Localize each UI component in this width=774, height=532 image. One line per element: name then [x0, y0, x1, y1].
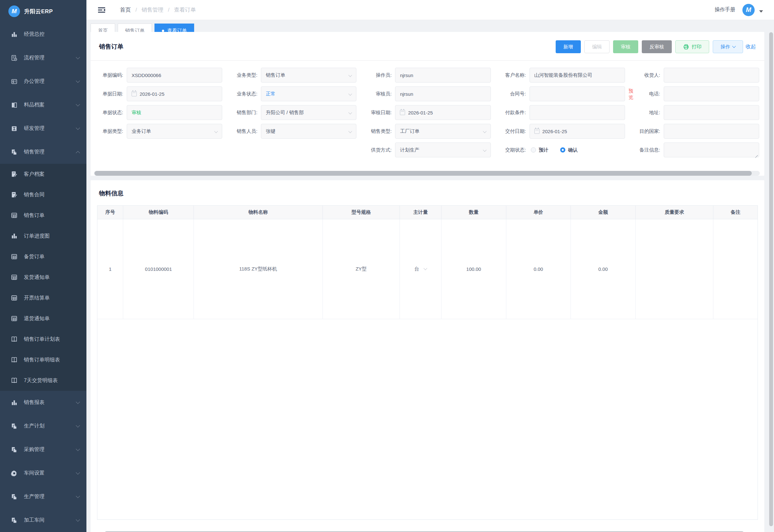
- sidebar-item-车间设置[interactable]: 车间设置: [0, 461, 86, 485]
- date-field[interactable]: 2026-01-25: [127, 86, 222, 101]
- resize-grip-icon[interactable]: [755, 153, 758, 156]
- sidebar-item-订单进度图[interactable]: 订单进度图: [0, 226, 86, 246]
- calendar-icon: [400, 110, 405, 115]
- sidebar-item-流程管理[interactable]: 流程管理: [0, 46, 86, 70]
- date-field[interactable]: 2026-01-25: [530, 124, 625, 139]
- sidebar-item-加工车间[interactable]: 加工车间: [0, 508, 86, 532]
- form-field: 交期状态:预计确认: [499, 143, 625, 157]
- 审核-button[interactable]: 审核: [613, 40, 638, 53]
- input-field[interactable]: XSDD000066: [127, 68, 222, 83]
- sidebar-item-客户档案[interactable]: 客户档案: [0, 164, 86, 184]
- select-field[interactable]: 正常: [261, 86, 356, 101]
- radio-预计[interactable]: 预计: [531, 147, 549, 153]
- input-field[interactable]: [664, 68, 759, 83]
- sidebar-item-label: 生产计划: [24, 423, 76, 429]
- field-label: 销售部门:: [230, 110, 261, 116]
- sidebar-item-label: 料品档案: [24, 102, 76, 108]
- input-field[interactable]: [664, 86, 759, 101]
- sidebar-item-研发管理[interactable]: 研发管理: [0, 117, 86, 140]
- tab-首页[interactable]: 首页: [91, 24, 115, 32]
- sidebar-item-生产计划[interactable]: 生产计划: [0, 414, 86, 438]
- chevron-down-icon: [76, 423, 80, 428]
- select-field[interactable]: 销售订单: [261, 68, 356, 83]
- field-value: 销售订单: [266, 72, 285, 78]
- calendar-icon: [132, 91, 137, 96]
- textarea-field[interactable]: [664, 143, 759, 157]
- field-label: 备注信息:: [633, 147, 664, 153]
- preview-link[interactable]: 预览: [629, 88, 634, 101]
- select-field[interactable]: 升阳公司 / 销售部: [261, 105, 356, 120]
- unit-select[interactable]: 台: [414, 266, 427, 272]
- column-header: 数量: [441, 206, 506, 219]
- input-field[interactable]: [664, 124, 759, 139]
- field-label: 合同号:: [499, 91, 530, 97]
- radio-确认[interactable]: 确认: [560, 147, 578, 153]
- 打印-button[interactable]: 打印: [675, 40, 709, 53]
- sidebar-item-销售订单计划表[interactable]: 销售订单计划表: [0, 329, 86, 350]
- 操作-button[interactable]: 操作: [713, 40, 743, 53]
- copy-doc-icon: [10, 493, 18, 501]
- input-field[interactable]: [664, 105, 759, 120]
- sidebar-item-label: 销售订单: [24, 212, 79, 219]
- field-value: XSDD000066: [132, 73, 161, 78]
- tab-销售订单[interactable]: 销售订单: [118, 24, 152, 32]
- chevron-down-icon: [424, 266, 427, 270]
- select-field[interactable]: 计划生产: [395, 143, 491, 157]
- sidebar-item-经营总控[interactable]: 经营总控: [0, 23, 86, 46]
- sidebar-item-销售订单[interactable]: 销售订单: [0, 205, 86, 226]
- sidebar-item-采购管理[interactable]: 采购管理: [0, 438, 86, 461]
- column-header: 序号: [97, 206, 123, 219]
- sidebar-item-label: 销售订单计划表: [24, 336, 79, 343]
- select-field[interactable]: 业务订单: [127, 124, 222, 139]
- select-field[interactable]: 张键: [261, 124, 356, 139]
- sidebar-item-销售订单明细表[interactable]: 销售订单明细表: [0, 350, 86, 370]
- sidebar-item-开票结算单[interactable]: 开票结算单: [0, 288, 86, 308]
- doc-edit-icon: [10, 170, 18, 178]
- form-horizontal-scrollbar[interactable]: [94, 171, 760, 176]
- field-value: 业务订单: [132, 128, 151, 134]
- user-menu-caret-icon[interactable]: [759, 10, 763, 13]
- top-bar: 首页 / 销售管理 / 查看订单 操作手册 M: [86, 0, 774, 20]
- sidebar-item-备货订单[interactable]: 备货订单: [0, 246, 86, 267]
- 新增-button[interactable]: 新增: [556, 40, 581, 53]
- sidebar-item-生产管理[interactable]: 生产管理: [0, 485, 86, 508]
- field-label: 目的国家:: [633, 128, 664, 134]
- manual-link[interactable]: 操作手册: [715, 6, 735, 13]
- chevron-down-icon: [349, 92, 352, 95]
- form-column: 业务类型:销售订单业务状态:正常销售部门:升阳公司 / 销售部销售人员:张键: [230, 68, 356, 161]
- avatar[interactable]: M: [742, 4, 755, 16]
- unit-value: 台: [414, 266, 419, 272]
- page-vertical-scrollbar[interactable]: [769, 32, 773, 526]
- sidebar-item-销售管理[interactable]: 销售管理: [0, 140, 86, 164]
- collapse-panel-link[interactable]: 收起: [746, 44, 756, 50]
- input-field[interactable]: njrsun: [395, 68, 491, 83]
- sidebar-item-办公管理[interactable]: 办公管理: [0, 70, 86, 93]
- input-field[interactable]: 山河智能装备股份有限公司: [530, 68, 625, 83]
- sidebar-item-销售报表[interactable]: 销售报表: [0, 391, 86, 414]
- select-field[interactable]: 工厂订单: [395, 124, 491, 139]
- 反审核-button[interactable]: 反审核: [642, 40, 672, 53]
- input-field[interactable]: [530, 105, 625, 120]
- sidebar-item-label: 退货通知单: [24, 315, 79, 322]
- input-field[interactable]: 预览: [530, 86, 625, 101]
- breadcrumb-sales[interactable]: 销售管理: [142, 6, 164, 14]
- sidebar-item-label: 经营总控: [24, 31, 79, 38]
- tab-查看订单[interactable]: 查看订单: [154, 24, 194, 32]
- 编辑-button[interactable]: 编辑: [584, 40, 610, 53]
- sidebar-item-退货通知单[interactable]: 退货通知单: [0, 308, 86, 329]
- date-field[interactable]: 2026-01-25: [395, 105, 491, 120]
- sidebar-collapse-icon[interactable]: [97, 6, 106, 14]
- input-field[interactable]: 审核: [127, 105, 222, 120]
- form-field: 销售部门:升阳公司 / 销售部: [230, 105, 356, 120]
- breadcrumb-home[interactable]: 首页: [120, 6, 131, 14]
- input-field[interactable]: njrsun: [395, 86, 491, 101]
- sidebar-item-发货通知单[interactable]: 发货通知单: [0, 267, 86, 288]
- sidebar-item-label: 客户档案: [24, 171, 79, 178]
- sidebar-item-销售合同[interactable]: 销售合同: [0, 184, 86, 205]
- button-label: 审核: [621, 44, 630, 50]
- sidebar-item-7天交货明细表[interactable]: 7天交货明细表: [0, 370, 86, 391]
- sidebar-item-料品档案[interactable]: 料品档案: [0, 93, 86, 117]
- table-row[interactable]: 10101000001118S ZY型纸杯机ZY型台100.000.000.00: [97, 219, 758, 319]
- scrollbar-thumb[interactable]: [94, 171, 752, 176]
- cell-quality: [635, 219, 713, 319]
